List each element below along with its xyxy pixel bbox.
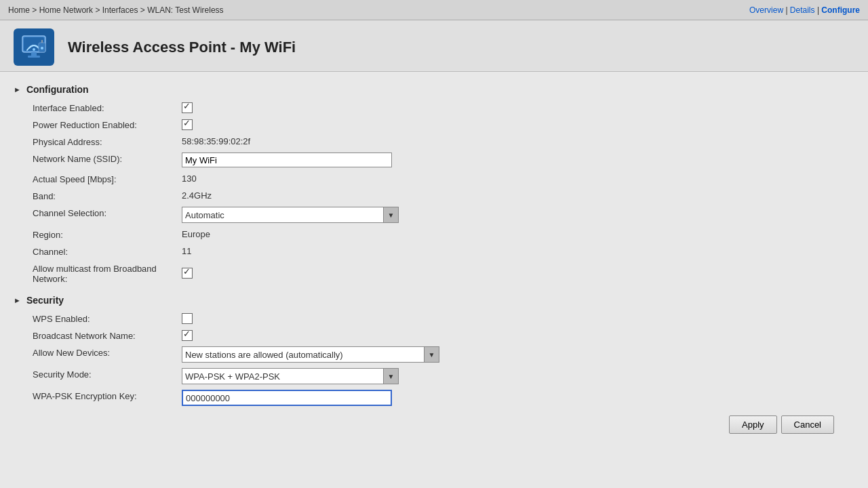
apply-button[interactable]: Apply bbox=[729, 415, 777, 434]
allow-multicast-checkbox[interactable] bbox=[182, 268, 193, 279]
interface-enabled-value[interactable] bbox=[176, 99, 868, 116]
breadcrumb-wlan: WLAN: Test Wireless bbox=[147, 5, 223, 15]
details-link[interactable]: Details bbox=[790, 5, 815, 15]
security-mode-text: WPA-PSK + WPA2-PSK bbox=[182, 371, 383, 382]
security-title: Security bbox=[26, 295, 64, 306]
actual-speed-label: Actual Speed [Mbps]: bbox=[27, 170, 176, 187]
network-name-label: Network Name (SSID): bbox=[27, 150, 176, 170]
wps-enabled-label: WPS Enabled: bbox=[27, 310, 176, 327]
physical-address-value: 58:98:35:99:02:2f bbox=[176, 133, 868, 150]
svg-rect-4 bbox=[28, 56, 40, 58]
channel-selection-dropdown-btn[interactable]: ▼ bbox=[383, 207, 398, 222]
breadcrumb-sep-2: > bbox=[95, 5, 102, 15]
power-reduction-row: Power Reduction Enabled: bbox=[27, 116, 868, 133]
breadcrumb-sep-1: > bbox=[32, 5, 39, 15]
network-name-row: Network Name (SSID): bbox=[27, 150, 868, 170]
configuration-arrow: ► bbox=[14, 85, 21, 94]
breadcrumb-interfaces[interactable]: Interfaces bbox=[102, 5, 138, 15]
region-label: Region: bbox=[27, 226, 176, 243]
band-value: 2.4GHz bbox=[176, 187, 868, 204]
broadcast-name-label: Broadcast Network Name: bbox=[27, 327, 176, 344]
actual-speed-value: 130 bbox=[176, 170, 868, 187]
network-name-value[interactable] bbox=[176, 150, 868, 170]
security-mode-dropdown-btn[interactable]: ▼ bbox=[383, 369, 398, 384]
wps-enabled-row: WPS Enabled: bbox=[27, 310, 868, 327]
wpa-psk-row: WPA-PSK Encryption Key: bbox=[27, 387, 868, 409]
wps-enabled-value[interactable] bbox=[176, 310, 868, 327]
configure-link[interactable]: Configure bbox=[821, 5, 860, 15]
allow-new-devices-label: Allow New Devices: bbox=[27, 344, 176, 365]
channel-selection-label: Channel Selection: bbox=[27, 204, 176, 226]
breadcrumb: Home > Home Network > Interfaces > WLAN:… bbox=[8, 5, 224, 15]
interface-enabled-row: Interface Enabled: bbox=[27, 99, 868, 116]
wps-enabled-checkbox[interactable] bbox=[182, 313, 193, 324]
channel-selection-value[interactable]: Automatic ▼ bbox=[176, 204, 868, 226]
allow-new-devices-value[interactable]: New stations are allowed (automatically)… bbox=[176, 344, 868, 365]
interface-enabled-label: Interface Enabled: bbox=[27, 99, 176, 116]
security-mode-label: Security Mode: bbox=[27, 365, 176, 387]
security-mode-row: Security Mode: WPA-PSK + WPA2-PSK ▼ bbox=[27, 365, 868, 387]
channel-selection-select[interactable]: Automatic ▼ bbox=[182, 207, 399, 223]
allow-multicast-value[interactable] bbox=[176, 260, 868, 287]
broadcast-name-row: Broadcast Network Name: bbox=[27, 327, 868, 344]
configuration-table: Interface Enabled: Power Reduction Enabl… bbox=[27, 99, 868, 287]
overview-link[interactable]: Overview bbox=[749, 5, 783, 15]
page-header: Wireless Access Point - My WiFi bbox=[0, 20, 868, 72]
form-area: ► Configuration Interface Enabled: Power… bbox=[0, 72, 868, 488]
physical-address-label: Physical Address: bbox=[27, 133, 176, 150]
power-reduction-label: Power Reduction Enabled: bbox=[27, 116, 176, 133]
breadcrumb-home-network[interactable]: Home Network bbox=[39, 5, 93, 15]
configuration-section-header[interactable]: ► Configuration bbox=[14, 84, 854, 95]
security-section-header[interactable]: ► Security bbox=[14, 295, 854, 306]
allow-multicast-row: Allow multicast from Broadband Network: bbox=[27, 260, 868, 287]
channel-label: Channel: bbox=[27, 243, 176, 260]
svg-rect-3 bbox=[31, 52, 37, 56]
wpa-psk-input[interactable] bbox=[183, 391, 391, 405]
button-row: Apply Cancel bbox=[14, 409, 854, 441]
band-label: Band: bbox=[27, 187, 176, 204]
region-value: Europe bbox=[176, 226, 868, 243]
breadcrumb-sep-3: > bbox=[140, 5, 147, 15]
security-table: WPS Enabled: Broadcast Network Name: All… bbox=[27, 310, 868, 409]
actual-speed-row: Actual Speed [Mbps]: 130 bbox=[27, 170, 868, 187]
allow-new-devices-select[interactable]: New stations are allowed (automatically)… bbox=[182, 346, 439, 363]
svg-point-6 bbox=[41, 47, 43, 49]
band-row: Band: 2.4GHz bbox=[27, 187, 868, 204]
top-nav-bar: Home > Home Network > Interfaces > WLAN:… bbox=[0, 0, 868, 20]
configuration-title: Configuration bbox=[26, 84, 89, 95]
channel-row: Channel: 11 bbox=[27, 243, 868, 260]
network-name-input[interactable] bbox=[182, 152, 392, 167]
allow-new-devices-text: New stations are allowed (automatically) bbox=[182, 350, 424, 360]
allow-multicast-label: Allow multicast from Broadband Network: bbox=[27, 260, 176, 287]
nav-links: Overview | Details | Configure bbox=[749, 5, 860, 15]
broadcast-name-value[interactable] bbox=[176, 327, 868, 344]
svg-point-2 bbox=[33, 48, 35, 51]
security-arrow: ► bbox=[14, 296, 21, 304]
channel-selection-row: Channel Selection: Automatic ▼ bbox=[27, 204, 868, 226]
physical-address-row: Physical Address: 58:98:35:99:02:2f bbox=[27, 133, 868, 150]
channel-value: 11 bbox=[176, 243, 868, 260]
wireless-icon bbox=[14, 28, 54, 66]
allow-new-devices-row: Allow New Devices: New stations are allo… bbox=[27, 344, 868, 365]
security-mode-value[interactable]: WPA-PSK + WPA2-PSK ▼ bbox=[176, 365, 868, 387]
power-reduction-value[interactable] bbox=[176, 116, 868, 133]
allow-new-devices-dropdown-btn[interactable]: ▼ bbox=[424, 347, 439, 362]
wpa-psk-value[interactable] bbox=[176, 387, 868, 409]
wpa-psk-input-wrapper[interactable] bbox=[182, 390, 392, 406]
broadcast-name-checkbox[interactable] bbox=[182, 330, 193, 341]
page-title: Wireless Access Point - My WiFi bbox=[68, 39, 296, 56]
wpa-psk-label: WPA-PSK Encryption Key: bbox=[27, 387, 176, 409]
main-content: Wireless Access Point - My WiFi ► Config… bbox=[0, 20, 868, 488]
breadcrumb-home[interactable]: Home bbox=[8, 5, 30, 15]
region-row: Region: Europe bbox=[27, 226, 868, 243]
channel-selection-text: Automatic bbox=[182, 210, 383, 220]
cancel-button[interactable]: Cancel bbox=[781, 415, 834, 434]
interface-enabled-checkbox[interactable] bbox=[182, 102, 193, 113]
security-mode-select[interactable]: WPA-PSK + WPA2-PSK ▼ bbox=[182, 368, 399, 384]
power-reduction-checkbox[interactable] bbox=[182, 119, 193, 130]
